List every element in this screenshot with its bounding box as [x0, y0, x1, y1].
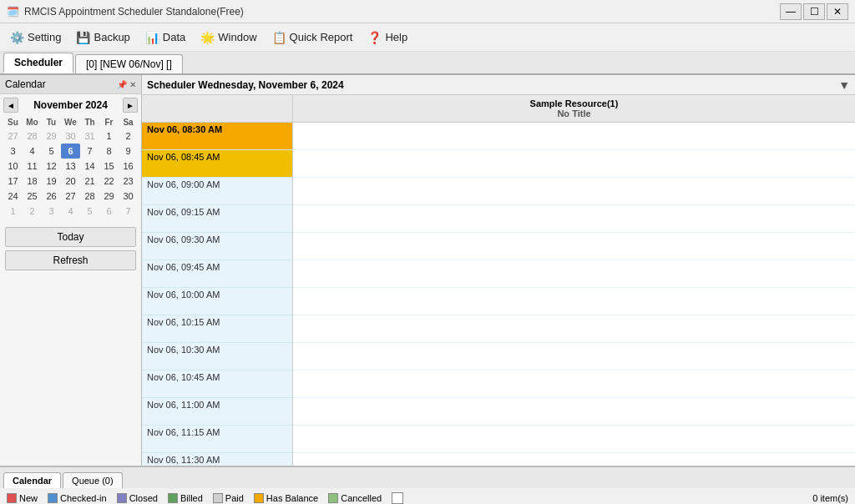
status-bar: New Checked-in Closed Billed Paid Has Ba…	[0, 487, 855, 504]
sched-extra-slot[interactable]	[293, 233, 855, 260]
cal-day-cell[interactable]: 9	[119, 144, 138, 159]
data-icon: 📊	[145, 31, 159, 44]
cal-day-cell[interactable]: 20	[61, 174, 80, 189]
sched-extra-slot[interactable]	[293, 178, 855, 205]
tab-scheduler-label: Scheduler	[14, 57, 63, 68]
menu-help-label: Help	[385, 31, 407, 43]
legend-has-balance: Has Balance	[254, 493, 318, 503]
time-slot[interactable]: Nov 06, 08:45 AM	[142, 150, 292, 178]
cal-day-cell[interactable]: 7	[119, 204, 138, 219]
cal-day-cell[interactable]: 11	[23, 159, 42, 174]
cal-day-cell[interactable]: 13	[61, 159, 80, 174]
time-slot[interactable]: Nov 06, 11:15 AM	[142, 426, 292, 453]
sched-extra-slot[interactable]	[293, 315, 855, 343]
sched-extra-slot[interactable]	[293, 150, 855, 178]
cal-day-cell[interactable]: 3	[3, 144, 23, 159]
time-slot[interactable]: Nov 06, 09:30 AM	[142, 233, 292, 260]
cal-day-cell[interactable]: 1	[99, 129, 119, 144]
prev-month-button[interactable]: ◄	[3, 98, 18, 113]
menu-backup[interactable]: 💾 Backup	[69, 28, 136, 48]
cal-day-cell[interactable]: 31	[80, 129, 99, 144]
menu-quick-report[interactable]: 📋 Quick Report	[266, 28, 360, 48]
cal-day-cell[interactable]: 8	[99, 144, 119, 159]
menu-setting[interactable]: ⚙️ Setting	[3, 28, 68, 48]
time-slot[interactable]: Nov 06, 11:00 AM	[142, 398, 292, 426]
sched-extra-slot[interactable]	[293, 260, 855, 288]
cal-day-cell[interactable]: 22	[99, 174, 119, 189]
bottom-tab-calendar[interactable]: Calendar	[3, 472, 61, 488]
maximize-button[interactable]: ☐	[803, 3, 825, 20]
cal-day-cell[interactable]: 23	[119, 174, 138, 189]
cal-day-cell[interactable]: 26	[42, 189, 61, 204]
title-bar-left: 🗓️ RMCIS Appointment Scheduler Standalon…	[7, 6, 244, 18]
time-slot[interactable]: Nov 06, 10:15 AM	[142, 315, 292, 343]
cal-day-cell[interactable]: 6	[99, 204, 119, 219]
cal-day-cell[interactable]: 1	[3, 204, 23, 219]
cal-day-cell[interactable]: 6	[61, 144, 80, 159]
sched-extra-slot[interactable]	[293, 370, 855, 398]
menu-window[interactable]: 🌟 Window	[194, 28, 263, 48]
cal-day-cell[interactable]: 30	[119, 189, 138, 204]
cal-day-cell[interactable]: 17	[3, 174, 23, 189]
sched-extra-slot[interactable]	[293, 398, 855, 426]
cal-day-cell[interactable]: 21	[80, 174, 99, 189]
sched-extra-slot[interactable]	[293, 426, 855, 453]
cal-day-cell[interactable]: 27	[3, 129, 23, 144]
refresh-button[interactable]: Refresh	[5, 250, 136, 270]
cal-day-cell[interactable]: 2	[119, 129, 138, 144]
sched-extra-slot[interactable]	[293, 343, 855, 370]
cal-day-cell[interactable]: 14	[80, 159, 99, 174]
minimize-button[interactable]: —	[780, 3, 802, 20]
cal-day-cell[interactable]: 3	[42, 204, 61, 219]
sched-extra-slot[interactable]	[293, 205, 855, 233]
cal-day-cell[interactable]: 25	[23, 189, 42, 204]
time-slot[interactable]: Nov 06, 10:30 AM	[142, 343, 292, 370]
sched-extra-slot[interactable]	[293, 453, 855, 466]
cal-day-cell[interactable]: 15	[99, 159, 119, 174]
calendar-close-icon[interactable]: ✕	[129, 80, 136, 89]
tab-scheduler[interactable]: Scheduler	[3, 53, 73, 73]
legend-checkbox[interactable]	[392, 492, 403, 504]
today-button[interactable]: Today	[5, 227, 136, 247]
cal-day-cell[interactable]: 4	[61, 204, 80, 219]
scheduler-dropdown-icon[interactable]: ▼	[838, 78, 850, 92]
menu-help[interactable]: ❓ Help	[361, 28, 414, 48]
cal-day-cell[interactable]: 2	[23, 204, 42, 219]
time-slot[interactable]: Nov 06, 09:15 AM	[142, 205, 292, 233]
cal-day-cell[interactable]: 5	[42, 144, 61, 159]
cal-day-cell[interactable]: 4	[23, 144, 42, 159]
cal-day-cell[interactable]: 5	[80, 204, 99, 219]
scheduler-body[interactable]: Nov 06, 08:30 AMNov 06, 08:45 AMNov 06, …	[142, 123, 855, 466]
menu-data[interactable]: 📊 Data	[139, 28, 192, 48]
cal-day-cell[interactable]: 29	[42, 129, 61, 144]
close-button[interactable]: ✕	[827, 3, 848, 20]
bottom-tab-queue[interactable]: Queue (0)	[63, 472, 123, 488]
next-month-button[interactable]: ►	[123, 98, 138, 113]
cal-day-cell[interactable]: 19	[42, 174, 61, 189]
cal-day-cell[interactable]: 27	[61, 189, 80, 204]
cal-day-cell[interactable]: 18	[23, 174, 42, 189]
cal-day-cell[interactable]: 28	[23, 129, 42, 144]
time-slot[interactable]: Nov 06, 11:30 AM	[142, 453, 292, 466]
cal-day-cell[interactable]: 28	[80, 189, 99, 204]
title-bar-controls: — ☐ ✕	[780, 3, 848, 20]
tab-new-06-nov[interactable]: [0] [NEW 06/Nov] []	[75, 54, 183, 73]
cal-day-cell[interactable]: 16	[119, 159, 138, 174]
cal-day-cell[interactable]: 30	[61, 129, 80, 144]
cal-day-cell[interactable]: 24	[3, 189, 23, 204]
cal-day-cell[interactable]: 29	[99, 189, 119, 204]
time-slot[interactable]: Nov 06, 10:45 AM	[142, 370, 292, 398]
calendar-pin-icon[interactable]: 📌	[117, 80, 127, 89]
time-slot[interactable]: Nov 06, 10:00 AM	[142, 288, 292, 315]
cal-day-cell[interactable]: 7	[80, 144, 99, 159]
cal-day-cell[interactable]: 10	[3, 159, 23, 174]
sched-extra-slot[interactable]	[293, 288, 855, 315]
time-slot[interactable]: Nov 06, 08:30 AM	[142, 123, 292, 150]
time-slots-column: Nov 06, 08:30 AMNov 06, 08:45 AMNov 06, …	[142, 123, 292, 466]
time-slot[interactable]: Nov 06, 09:00 AM	[142, 178, 292, 205]
legend-cancelled: Cancelled	[328, 493, 382, 503]
time-slot[interactable]: Nov 06, 09:45 AM	[142, 260, 292, 288]
cal-grid: Su Mo Tu We Th Fr Sa 2728293031123456789…	[3, 116, 138, 219]
cal-day-cell[interactable]: 12	[42, 159, 61, 174]
sched-extra-slot[interactable]	[293, 123, 855, 150]
